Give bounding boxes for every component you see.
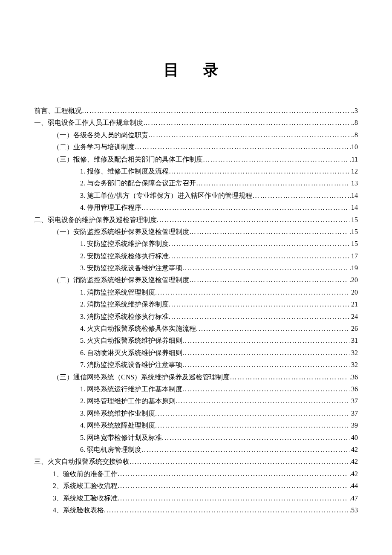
toc-entry: 1、验收前的准备工作..............................…: [34, 469, 358, 479]
toc-entry: 前言、工程概况…………………………………………………………………………………………: [34, 106, 358, 116]
toc-leader: ........................................…: [118, 481, 348, 491]
toc-entry-page: 12: [349, 167, 358, 176]
toc-entry: 3. 消防监控系统检修执行标准.........................…: [34, 312, 358, 321]
toc-entry-page: 42: [349, 445, 358, 454]
toc-entry-page: 36: [349, 384, 358, 394]
toc-entry: 4. 停用管理工作程序………………………………………………………………………………: [34, 203, 358, 212]
toc-entry-page: .11: [348, 155, 358, 164]
toc-leader: ........................................…: [104, 506, 348, 515]
toc-entry-label: 3、系统竣工验收标准: [53, 494, 118, 503]
toc-leader: ........................................…: [155, 421, 349, 430]
toc-entry: 2、系统竣工验收流程..............................…: [34, 481, 358, 491]
toc-entry-label: 2. 消防监控系统维护保养制度: [80, 300, 169, 309]
toc-leader: ……………………………………………………………………………………………………………: [143, 118, 349, 127]
toc-entry-page: 39: [349, 421, 358, 430]
toc-entry-page: .44: [348, 481, 358, 491]
toc-entry-label: 6. 自动喷淋灭火系统维护保养细则: [80, 348, 182, 358]
toc-entry-page: 32: [349, 360, 358, 370]
toc-entry: （二）消防监控系统维护保养及巡检管理制度………………………………………………………: [34, 275, 358, 285]
toc-entry: 3. 安防监控系统设备维护注意事项.......................…: [34, 263, 358, 273]
toc-leader: ........................................…: [182, 348, 349, 358]
toc-entry-page: 24: [349, 312, 358, 321]
toc-entry: 6. 自动喷淋灭火系统维护保养细则.......................…: [34, 348, 358, 358]
toc-entry: 2. 消防监控系统维护保养制度.........................…: [34, 300, 358, 309]
toc-entry-label: 5. 网络宽带检修计划及标准: [80, 433, 162, 442]
toc-entry: （一）各级各类人员的岗位职责………………………………………………………………………: [34, 130, 358, 140]
toc-entry-label: （二）业务学习与培训制度: [53, 142, 135, 152]
toc-entry: （二）业务学习与培训制度……………………………………………………………………………: [34, 142, 358, 152]
toc-entry-label: （一）各级各类人员的岗位职责: [53, 130, 148, 140]
toc-entry: （一）安防监控系统维护保养及巡检管理制度………………………………………………………: [34, 227, 358, 237]
toc-entry-label: 3. 施工单位/供方（专业维保方）进入辖区作业的管理规程: [80, 191, 252, 200]
toc-entry: 1. 消防监控系统管理制度...........................…: [34, 288, 358, 297]
toc-leader: ........................................…: [176, 396, 349, 406]
toc-leader: ……………………………………………………………………………………………………………: [230, 373, 348, 382]
toc-entry-page: .36: [348, 373, 358, 382]
toc-entry-label: 3. 安防监控系统设备维护注意事项: [80, 263, 182, 273]
toc-leader: ........................................…: [169, 300, 349, 309]
toc-entry-label: 1. 安防监控系统维护保养制度: [80, 239, 169, 249]
toc-entry-page: ..8: [349, 130, 358, 140]
toc-entry: 6. 弱电机房管理制度.............................…: [34, 445, 358, 454]
toc-entry-page: 13: [349, 179, 358, 188]
toc-leader: ……………………………………………………………………………………………………………: [189, 275, 348, 285]
toc-entry: 1. 网络系统运行维护工作基本制度.......................…: [34, 384, 358, 394]
toc-leader: ……………………………………………………………………………………………………………: [82, 106, 349, 116]
toc-leader: ……………………………………………………………………………………………………………: [203, 155, 348, 164]
toc-entry-page: .53: [348, 506, 358, 515]
toc-entry: 三、火灾自动报警系统交接验收..........................…: [34, 457, 358, 466]
toc-entry-page: ..14: [346, 191, 358, 200]
toc-leader: ........................................…: [118, 469, 348, 479]
toc-entry-label: 7. 消防监控系统设备维护注意事项: [80, 360, 182, 370]
toc-entry-label: 三、火灾自动报警系统交接验收: [34, 457, 130, 466]
toc-entry-page: 31: [349, 336, 358, 345]
toc-entry: 5. 火灾自动报警系统维护保养细则.......................…: [34, 336, 358, 345]
toc-leader: ........................................…: [169, 251, 349, 261]
table-of-contents: 前言、工程概况…………………………………………………………………………………………: [34, 106, 358, 515]
toc-entry-page: .47: [348, 494, 358, 503]
toc-leader: ……………………………………………………………………………………………………………: [135, 142, 348, 152]
toc-entry-label: （三）通信网络系统（CNS）系统维护保养及巡检管理制度: [53, 373, 230, 382]
toc-entry-page: 32: [349, 348, 358, 358]
toc-entry-page: .42: [348, 457, 358, 466]
toc-entry-label: 1. 网络系统运行维护工作基本制度: [80, 384, 182, 394]
toc-entry: 4. 火灾自动报警系统检修具体实施流程.....................…: [34, 324, 358, 333]
toc-leader: ........................................…: [157, 215, 349, 225]
toc-leader: ........................................…: [182, 360, 349, 370]
toc-entry-page: 21: [349, 300, 358, 309]
toc-entry-label: 2. 网络管理维护工作的基本原则: [80, 396, 176, 406]
toc-entry-label: 1. 消防监控系统管理制度: [80, 288, 155, 297]
toc-entry: 2. 与会务部门的配合保障会议正常召开…………………………………………………………: [34, 179, 358, 188]
toc-entry-page: ..8: [349, 118, 358, 127]
toc-entry-label: 3. 网络系统维护作业制度: [80, 409, 155, 418]
toc-entry-label: 6. 弱电机房管理制度: [80, 445, 141, 454]
toc-entry: 2. 网络管理维护工作的基本原则........................…: [34, 396, 358, 406]
toc-entry: 一、弱电设备工作人员工作规章制度…………………………………………………………………: [34, 118, 358, 127]
toc-entry-label: 一、弱电设备工作人员工作规章制度: [34, 118, 143, 127]
toc-leader: ........................................…: [141, 445, 349, 454]
toc-leader: ……………………………………………………………………………………………………………: [148, 130, 349, 140]
toc-entry-label: 前言、工程概况: [34, 106, 82, 116]
toc-entry: 3. 网络系统维护作业制度...........................…: [34, 409, 358, 418]
toc-entry-label: 1、验收前的准备工作: [53, 469, 118, 479]
toc-leader: ........................................…: [162, 433, 349, 442]
toc-entry-page: 40: [349, 433, 358, 442]
toc-entry-page: 17: [349, 251, 358, 261]
toc-leader: ........................................…: [155, 288, 349, 297]
toc-entry-page: ..3: [349, 106, 358, 116]
toc-leader: ........................................…: [182, 263, 348, 273]
toc-entry-label: 4、系统验收表格: [53, 506, 104, 515]
toc-entry-page: 14: [349, 203, 358, 212]
toc-entry-label: 5. 火灾自动报警系统维护保养细则: [80, 336, 182, 345]
toc-leader: ........................................…: [196, 324, 349, 333]
toc-entry-page: 15: [349, 215, 358, 225]
toc-entry-page: 37: [349, 409, 358, 418]
toc-entry-label: 4. 停用管理工作程序: [80, 203, 141, 212]
toc-entry-page: 15: [349, 239, 358, 249]
toc-entry: 二、弱电设备的维护保养及巡检管理制度......................…: [34, 215, 358, 225]
toc-entry-label: （三）报修、维修及配合相关部门的具体工作制度: [53, 155, 203, 164]
toc-leader: ........................................…: [118, 494, 348, 503]
toc-leader: ……………………………………………………………………………………………………………: [169, 167, 349, 176]
toc-entry-page: .20: [348, 275, 358, 285]
toc-entry-label: 4. 火灾自动报警系统检修具体实施流程: [80, 324, 196, 333]
